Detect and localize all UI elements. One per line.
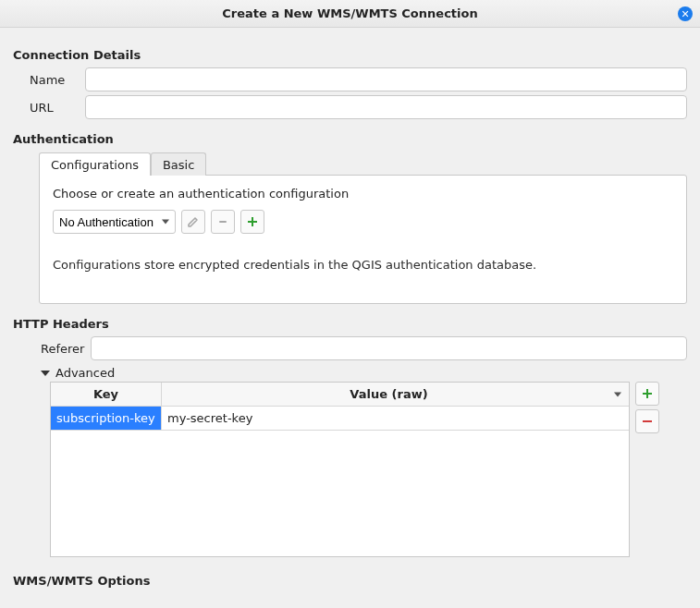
section-connection-details: Connection Details: [13, 48, 687, 62]
name-input[interactable]: [85, 67, 687, 91]
svg-rect-3: [646, 389, 648, 398]
auth-note: Configurations store encrypted credentia…: [53, 258, 673, 272]
header-key-cell[interactable]: subscription-key: [51, 407, 162, 430]
auth-select-wrap[interactable]: No Authentication: [53, 210, 176, 234]
add-header-button[interactable]: [635, 382, 659, 406]
auth-panel: Choose or create an authentication confi…: [39, 175, 687, 304]
auth-select[interactable]: No Authentication: [53, 210, 176, 234]
label-url: URL: [30, 101, 85, 115]
auth-prompt: Choose or create an authentication confi…: [53, 187, 673, 201]
row-referer: Referer: [41, 336, 687, 360]
plus-icon: [641, 387, 654, 400]
minus-icon: [216, 215, 229, 228]
titlebar: Create a New WMS/WMTS Connection ✕: [0, 0, 700, 28]
chevron-down-icon: [41, 371, 50, 376]
advanced-label: Advanced: [55, 366, 115, 380]
svg-rect-1: [252, 217, 253, 226]
pencil-icon: [187, 215, 200, 228]
remove-auth-button[interactable]: [211, 210, 235, 234]
label-name: Name: [30, 73, 85, 87]
referer-input[interactable]: [91, 336, 687, 360]
section-http-headers: HTTP Headers: [13, 317, 687, 331]
headers-table[interactable]: Key Value (raw) subscription-key my-secr…: [50, 382, 630, 557]
tab-basic[interactable]: Basic: [151, 152, 206, 176]
section-wms-options: WMS/WMTS Options: [13, 574, 687, 588]
header-col-value[interactable]: Value (raw): [162, 383, 629, 406]
add-auth-button[interactable]: [240, 210, 264, 234]
url-input[interactable]: [85, 95, 687, 119]
svg-rect-4: [643, 393, 652, 395]
svg-rect-0: [219, 221, 227, 223]
table-row[interactable]: subscription-key my-secret-key: [51, 407, 629, 431]
minus-icon: [641, 415, 654, 428]
headers-header-row: Key Value (raw): [51, 383, 629, 407]
section-authentication: Authentication: [13, 132, 687, 146]
row-name: Name: [30, 67, 687, 91]
label-referer: Referer: [41, 342, 91, 356]
advanced-toggle[interactable]: Advanced: [41, 366, 687, 380]
auth-tabbar: Configurations Basic: [39, 152, 687, 175]
row-url: URL: [30, 95, 687, 119]
svg-rect-2: [248, 221, 257, 223]
tab-configurations[interactable]: Configurations: [39, 152, 151, 176]
header-value-cell[interactable]: my-secret-key: [162, 407, 629, 430]
header-col-key[interactable]: Key: [51, 383, 162, 406]
window-title: Create a New WMS/WMTS Connection: [222, 6, 477, 20]
edit-auth-button[interactable]: [181, 210, 205, 234]
close-icon[interactable]: ✕: [678, 6, 693, 21]
svg-rect-5: [643, 420, 652, 422]
plus-icon: [246, 215, 259, 228]
remove-header-button[interactable]: [635, 409, 659, 433]
